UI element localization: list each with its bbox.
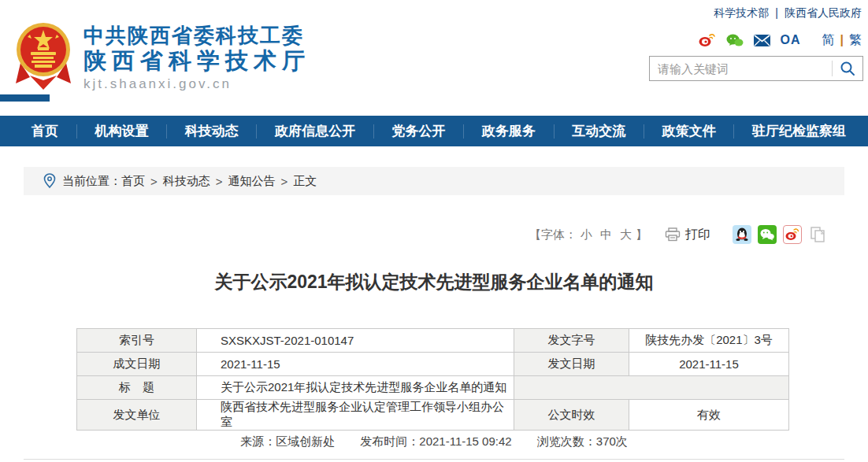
table-row: 标 题 关于公示2021年拟认定技术先进型服务企业名单的通知: [77, 376, 789, 400]
validity-value: 有效: [629, 400, 789, 431]
views-segment: 浏览次数：370次: [537, 434, 628, 448]
breadcrumb-prefix: 当前位置：: [62, 174, 121, 189]
written-date-value: 2021-11-15: [197, 353, 514, 376]
share-copy-icon[interactable]: [808, 225, 827, 244]
table-row: 索引号 SXSKXJST-2021-010147 发文字号 陕技先办发〔2021…: [77, 329, 789, 353]
font-size-small[interactable]: 小: [581, 227, 592, 242]
nav-item-gov-info[interactable]: 政府信息公开: [275, 122, 355, 140]
breadcrumb-separator: >: [281, 175, 288, 188]
weibo-icon[interactable]: [699, 33, 716, 47]
table-row: 成文日期 2021-11-15 发文日期 2021-11-15: [77, 353, 789, 376]
table-row: 发文单位 陕西省技术先进型服务企业认定管理工作领导小组办公室 公文时效 有效: [77, 400, 789, 431]
nav-separator: [76, 124, 77, 139]
top-links-separator: |: [775, 6, 778, 19]
search-button[interactable]: [833, 57, 862, 80]
nav-separator: [644, 124, 644, 139]
link-most[interactable]: 科学技术部: [714, 6, 769, 19]
doc-number-label: 发文字号: [514, 329, 629, 353]
nav-item-home[interactable]: 首页: [32, 122, 58, 140]
breadcrumb-sci-tech-news[interactable]: 科技动态: [163, 174, 210, 189]
lang-simplified[interactable]: 简: [822, 32, 835, 49]
title-empty-cell: [514, 376, 789, 400]
publish-date-value: 2021-11-15: [629, 353, 789, 376]
search-box: [649, 56, 863, 81]
breadcrumb-notices[interactable]: 通知公告: [228, 174, 276, 189]
breadcrumb-home[interactable]: 首页: [121, 174, 145, 189]
pubtime-segment: 发布时间：2021-11-15 09:42: [360, 434, 511, 448]
nav-item-interaction[interactable]: 互动交流: [572, 122, 625, 140]
location-pin-icon: [43, 173, 56, 189]
validity-label: 公文时效: [514, 400, 629, 431]
nav-item-sci-tech-news[interactable]: 科技动态: [185, 122, 239, 140]
nav-item-organization[interactable]: 机构设置: [95, 122, 148, 140]
written-date-label: 成文日期: [77, 353, 197, 376]
views-value: 370次: [596, 434, 628, 448]
org-name-line1: 中共陕西省委科技工委: [83, 24, 310, 47]
nav-item-discipline-inspection[interactable]: 驻厅纪检监察组: [752, 122, 846, 140]
top-links: 科学技术部|陕西省人民政府: [714, 6, 862, 20]
quick-icons: OA 简 | 繁: [699, 32, 862, 48]
index-value: SXSKXJST-2021-010147: [197, 329, 514, 353]
font-size-control: 【字体： 小 中 大 】: [529, 227, 647, 242]
mail-icon[interactable]: [754, 35, 770, 46]
title-label: 标 题: [77, 376, 197, 400]
breadcrumb: 当前位置： 首页 > 科技动态 > 通知公告 > 正文: [24, 167, 844, 195]
doc-number-value: 陕技先办发〔2021〕3号: [629, 329, 789, 353]
views-label: 浏览次数：: [537, 434, 596, 448]
publish-date-label: 发文日期: [514, 353, 629, 376]
share-wechat-icon[interactable]: [758, 225, 777, 244]
issuer-label: 发文单位: [77, 400, 197, 431]
nav-item-gov-services[interactable]: 政务服务: [482, 122, 536, 140]
nav-item-policy-docs[interactable]: 政策文件: [662, 122, 716, 140]
oa-link[interactable]: OA: [781, 33, 801, 47]
document-meta-table: 索引号 SXSKXJST-2021-010147 发文字号 陕技先办发〔2021…: [76, 328, 789, 431]
national-emblem-logo: [14, 17, 72, 90]
share-buttons: [733, 225, 827, 244]
site-domain: kjt.shaanxi.gov.cn: [83, 76, 310, 92]
source-segment: 来源：区域创新处: [240, 434, 335, 448]
language-toggle: 简 | 繁: [822, 32, 862, 49]
pubtime-value: 2021-11-15 09:42: [419, 434, 511, 448]
share-qq-icon[interactable]: [733, 225, 751, 244]
printer-icon: [665, 227, 681, 242]
nav-separator: [463, 124, 464, 139]
lang-separator: |: [840, 33, 844, 47]
source-label: 来源：: [240, 434, 276, 448]
header-accent-bar: [0, 94, 50, 102]
print-label: 打印: [685, 227, 710, 243]
pubtime-label: 发布时间：: [360, 434, 419, 448]
search-input[interactable]: [650, 57, 832, 80]
nav-separator: [733, 124, 734, 139]
nav-separator: [256, 124, 257, 139]
share-weibo-icon[interactable]: [783, 225, 802, 244]
title-value: 关于公示2021年拟认定技术先进型服务企业名单的通知: [197, 376, 514, 400]
link-shaanxi-gov[interactable]: 陕西省人民政府: [785, 6, 862, 19]
index-label: 索引号: [77, 329, 197, 353]
nav-separator: [166, 124, 167, 139]
nav-separator: [554, 124, 555, 139]
org-name-line2: 陕西省科学技术厅: [83, 47, 310, 74]
article-toolbar: 【字体： 小 中 大 】 打印: [529, 224, 827, 245]
font-label-open: 【字体：: [529, 227, 577, 242]
print-button[interactable]: 打印: [665, 227, 710, 243]
page: 科学技术部|陕西省人民政府 中共陕西省委科技工委 陕西省科学技术厅 kjt.sh…: [0, 0, 868, 462]
font-size-large[interactable]: 大: [620, 227, 632, 242]
font-size-medium[interactable]: 中: [600, 227, 612, 242]
bottom-divider: [24, 459, 844, 460]
nav-item-party-affairs[interactable]: 党务公开: [392, 122, 446, 140]
issuer-value: 陕西省技术先进型服务企业认定管理工作领导小组办公室: [197, 400, 514, 431]
main-nav: 首页 机构设置 科技动态 政府信息公开 党务公开 政务服务 互动交流 政策文件 …: [0, 116, 868, 146]
nav-separator: [373, 124, 374, 139]
wechat-icon[interactable]: [726, 33, 744, 47]
site-identity: 中共陕西省委科技工委 陕西省科学技术厅 kjt.shaanxi.gov.cn: [83, 24, 310, 92]
search-icon: [840, 61, 855, 76]
lang-traditional[interactable]: 繁: [849, 32, 862, 49]
article-source-line: 来源：区域创新处 发布时间：2021-11-15 09:42 浏览次数：370次: [0, 434, 868, 449]
breadcrumb-current: 正文: [293, 174, 317, 189]
article-title: 关于公示2021年拟认定技术先进型服务企业名单的通知: [0, 270, 868, 294]
font-label-close: 】: [636, 227, 647, 242]
breadcrumb-separator: >: [216, 175, 223, 188]
breadcrumb-separator: >: [150, 175, 158, 188]
source-value: 区域创新处: [276, 434, 335, 448]
